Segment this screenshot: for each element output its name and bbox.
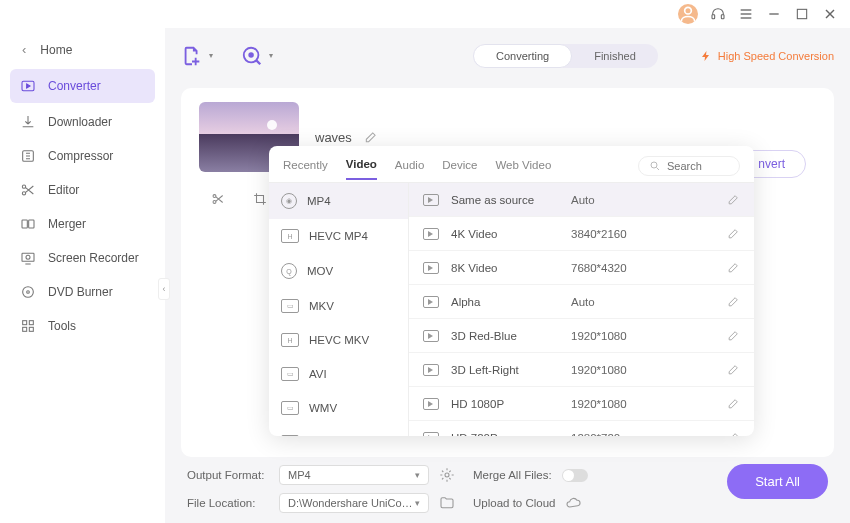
- edit-preset-icon[interactable]: [727, 363, 740, 376]
- format-avi[interactable]: ▭AVI: [269, 357, 408, 391]
- sidebar-item-converter[interactable]: Converter: [10, 69, 155, 103]
- preset-resolution: 7680*4320: [571, 262, 727, 274]
- minimize-icon[interactable]: [766, 6, 782, 22]
- video-icon: [423, 364, 439, 376]
- tab-finished[interactable]: Finished: [572, 44, 658, 68]
- edit-preset-icon[interactable]: [727, 397, 740, 410]
- preset-row[interactable]: 4K Video3840*2160: [409, 217, 754, 251]
- disc-icon: [20, 284, 36, 300]
- grid-icon: [20, 318, 36, 334]
- preset-row[interactable]: 3D Left-Right1920*1080: [409, 353, 754, 387]
- edit-preset-icon[interactable]: [727, 193, 740, 206]
- rename-icon[interactable]: [364, 130, 378, 144]
- chevron-left-icon: ‹: [22, 42, 26, 57]
- chevron-down-icon: ▾: [415, 470, 420, 480]
- svg-point-18: [23, 287, 34, 298]
- trim-icon[interactable]: [211, 192, 225, 206]
- preset-row[interactable]: Same as sourceAuto: [409, 183, 754, 217]
- sidebar-item-compressor[interactable]: Compressor: [0, 139, 165, 173]
- preset-resolution: Auto: [571, 194, 727, 206]
- output-format-select[interactable]: MP4▾: [279, 465, 429, 485]
- video-icon: [423, 262, 439, 274]
- format-mp4[interactable]: ◉MP4: [269, 183, 408, 219]
- sidebar-item-merger[interactable]: Merger: [0, 207, 165, 241]
- add-dvd-button[interactable]: ▾: [241, 45, 263, 67]
- chevron-down-icon: ▾: [415, 498, 420, 508]
- maximize-icon[interactable]: [794, 6, 810, 22]
- format-icon: H: [281, 333, 299, 347]
- preset-row[interactable]: HD 720P1280*720: [409, 421, 754, 436]
- format-popover: Recently Video Audio Device Web Video ◉M…: [269, 146, 754, 436]
- output-format-value: MP4: [288, 469, 311, 481]
- preset-name: Alpha: [451, 296, 571, 308]
- high-speed-toggle[interactable]: High Speed Conversion: [700, 50, 834, 62]
- edit-preset-icon[interactable]: [727, 431, 740, 436]
- cloud-icon[interactable]: [565, 495, 581, 511]
- preset-resolution: 3840*2160: [571, 228, 727, 240]
- format-search[interactable]: [638, 156, 740, 176]
- sidebar-item-screen-recorder[interactable]: Screen Recorder: [0, 241, 165, 275]
- format-label: AVI: [309, 368, 327, 380]
- video-icon: [423, 330, 439, 342]
- svg-point-17: [26, 255, 30, 259]
- tab-web-video[interactable]: Web Video: [495, 159, 551, 179]
- svg-rect-20: [23, 321, 27, 325]
- sidebar-item-label: Downloader: [48, 115, 112, 129]
- start-all-button[interactable]: Start All: [727, 464, 828, 499]
- tab-audio[interactable]: Audio: [395, 159, 424, 179]
- tab-recently[interactable]: Recently: [283, 159, 328, 179]
- format-hevc-mp4[interactable]: HHEVC MP4: [269, 219, 408, 253]
- user-avatar[interactable]: [678, 4, 698, 24]
- close-icon[interactable]: [822, 6, 838, 22]
- preset-row[interactable]: AlphaAuto: [409, 285, 754, 319]
- format-label: MP4: [307, 195, 331, 207]
- video-icon: [423, 398, 439, 410]
- tab-video[interactable]: Video: [346, 158, 377, 180]
- preset-row[interactable]: 3D Red-Blue1920*1080: [409, 319, 754, 353]
- format-icon: ▭: [281, 367, 299, 381]
- upload-cloud-label: Upload to Cloud: [473, 497, 555, 509]
- format-list: ◉MP4 HHEVC MP4 QMOV ▭MKV HHEVC MKV ▭AVI …: [269, 183, 409, 436]
- add-file-button[interactable]: ▾: [181, 45, 203, 67]
- svg-rect-16: [22, 253, 34, 261]
- preset-row[interactable]: 8K Video7680*4320: [409, 251, 754, 285]
- settings-icon[interactable]: [439, 467, 455, 483]
- sidebar-item-label: Editor: [48, 183, 79, 197]
- tab-converting[interactable]: Converting: [473, 44, 572, 68]
- preset-name: 8K Video: [451, 262, 571, 274]
- edit-preset-icon[interactable]: [727, 295, 740, 308]
- menu-icon[interactable]: [738, 6, 754, 22]
- sidebar-home[interactable]: ‹ Home: [0, 32, 165, 67]
- edit-preset-icon[interactable]: [727, 329, 740, 342]
- tab-device[interactable]: Device: [442, 159, 477, 179]
- format-icon: ▭: [281, 299, 299, 313]
- format-m4v[interactable]: ▭M4V: [269, 425, 408, 436]
- sidebar-item-dvd-burner[interactable]: DVD Burner: [0, 275, 165, 309]
- format-icon: ◉: [281, 193, 297, 209]
- format-mov[interactable]: QMOV: [269, 253, 408, 289]
- file-location-select[interactable]: D:\Wondershare UniConverter 1▾: [279, 493, 429, 513]
- preset-row[interactable]: HD 1080P1920*1080: [409, 387, 754, 421]
- format-label: MOV: [307, 265, 333, 277]
- format-wmv[interactable]: ▭WMV: [269, 391, 408, 425]
- crop-icon[interactable]: [253, 192, 267, 206]
- headset-icon[interactable]: [710, 6, 726, 22]
- svg-point-28: [651, 162, 657, 168]
- format-label: HEVC MP4: [309, 230, 368, 242]
- sidebar-item-downloader[interactable]: Downloader: [0, 105, 165, 139]
- sidebar-item-editor[interactable]: Editor: [0, 173, 165, 207]
- preset-name: 3D Red-Blue: [451, 330, 571, 342]
- edit-preset-icon[interactable]: [727, 227, 740, 240]
- edit-preset-icon[interactable]: [727, 261, 740, 274]
- format-icon: ▭: [281, 435, 299, 436]
- sidebar-item-tools[interactable]: Tools: [0, 309, 165, 343]
- format-search-input[interactable]: [667, 160, 727, 172]
- sidebar-item-label: Compressor: [48, 149, 113, 163]
- svg-rect-21: [29, 321, 33, 325]
- video-icon: [423, 194, 439, 206]
- format-hevc-mkv[interactable]: HHEVC MKV: [269, 323, 408, 357]
- content-card: waves nvert Recently Video Audio Device …: [181, 88, 834, 457]
- folder-icon[interactable]: [439, 495, 455, 511]
- merge-toggle[interactable]: [562, 469, 588, 482]
- format-mkv[interactable]: ▭MKV: [269, 289, 408, 323]
